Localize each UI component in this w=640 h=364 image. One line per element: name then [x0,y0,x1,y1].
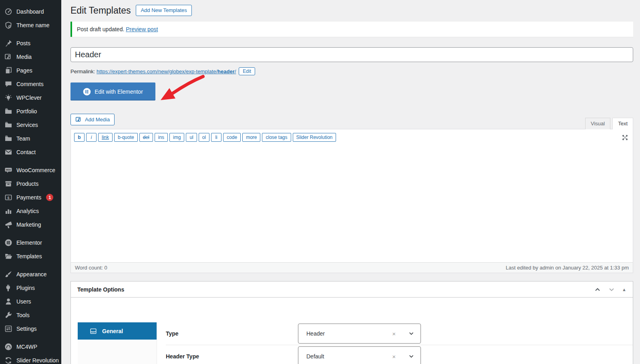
quicktag-button[interactable]: link [98,133,113,142]
sidebar-item[interactable]: Appearance [0,267,61,281]
sidebar-item-label: Posts [16,39,30,47]
sidebar-item-icon [4,221,12,229]
page-header: Edit Templates Add New Templates [70,0,633,16]
quicktag-button[interactable]: del [139,133,153,142]
move-down-icon[interactable] [608,286,615,293]
quicktag-button[interactable]: b [74,133,85,142]
sidebar-item-icon [4,94,12,102]
post-title-input[interactable] [70,47,633,62]
quicktag-button[interactable]: ol [199,133,209,142]
select-dropdown[interactable]: Default × [298,346,421,364]
sidebar-item[interactable]: Templates [0,249,61,263]
sidebar-item-icon [4,66,12,74]
main-content: Edit Templates Add New Templates Post dr… [61,0,640,364]
clear-selection-icon[interactable]: × [390,331,397,337]
sidebar-item[interactable]: Settings [0,322,61,336]
tab-text[interactable]: Text [612,118,633,129]
sidebar-item[interactable]: Dashboard [0,5,61,18]
edit-permalink-button[interactable]: Edit [239,67,255,75]
sidebar-item[interactable]: $ Payments 1 [0,191,61,204]
quicktag-button[interactable]: ul [186,133,197,142]
add-new-templates-button[interactable]: Add New Templates [136,5,191,16]
quicktag-button[interactable]: img [169,133,184,142]
quicktag-button[interactable]: i [86,133,97,142]
sidebar-item[interactable]: Theme name [0,18,61,32]
sidebar-item[interactable]: Posts [0,36,61,50]
select-dropdown[interactable]: Header × [298,324,421,344]
quicktag-button[interactable]: code [223,133,241,142]
sidebar-item[interactable]: Elementor [0,236,61,249]
page-title: Edit Templates [70,4,131,16]
sidebar-item[interactable]: Services [0,118,61,132]
option-field-row: Header Type Default × [166,345,633,364]
options-tab-column: General [78,322,157,364]
elementor-logo-icon [83,88,91,96]
fullscreen-icon[interactable] [621,134,629,141]
sidebar-item[interactable]: Portfolio [0,105,61,118]
permalink-row: Permalink: https://expert-themes.com/new… [70,67,633,75]
sidebar-item[interactable]: MC4WP [0,340,61,354]
elementor-row: Edit with Elementor [70,82,633,101]
sidebar-item-label: Users [16,298,31,306]
sidebar-item-icon [4,207,12,215]
move-up-icon[interactable] [594,286,601,293]
edit-with-elementor-button[interactable]: Edit with Elementor [70,82,155,101]
sidebar-item[interactable]: Pages [0,64,61,77]
template-options-metabox: Template Options ▲ General Type [70,281,633,364]
sidebar-item-icon [4,252,12,260]
sidebar-item[interactable]: Plugins [0,281,61,295]
quicktag-button[interactable]: b-quote [114,133,138,142]
select-value: Header [306,330,325,337]
sidebar-item[interactable]: Tools [0,308,61,322]
sidebar-item[interactable]: Slider Revolution [0,354,61,364]
quicktag-button[interactable]: Slider Revolution [293,133,336,142]
sidebar-item-label: Payments [16,193,41,201]
update-notice: Post draft updated. Preview post [70,22,633,37]
sidebar-item-icon [4,8,12,16]
sidebar-item[interactable]: WPClever [0,91,61,105]
notification-badge: 1 [46,194,53,201]
sidebar-item[interactable]: Media [0,50,61,64]
toggle-panel-icon[interactable]: ▲ [622,286,626,293]
sidebar-item[interactable]: Products [0,177,61,191]
sidebar-item-label: Contact [16,148,36,156]
general-tab-icon [90,328,97,335]
sidebar-item-icon [4,135,12,143]
clear-selection-icon[interactable]: × [390,354,397,360]
quicktag-button[interactable]: li [211,133,221,142]
preview-post-link[interactable]: Preview post [126,26,158,32]
permalink-label: Permalink: [70,68,95,74]
sidebar-item-label: Media [16,53,32,61]
sidebar-item[interactable]: Contact [0,145,61,159]
sidebar-item[interactable]: Users [0,295,61,308]
sidebar-item[interactable]: Comments [0,77,61,91]
sidebar-item-label: Tools [16,311,30,319]
media-icon [75,116,82,123]
tab-general[interactable]: General [78,322,157,340]
svg-text:$: $ [7,195,10,200]
quicktag-button[interactable]: ins [155,133,168,142]
sidebar-item-label: Analytics [16,207,39,215]
sidebar-item-icon [4,180,12,188]
permalink-link[interactable]: https://expert-themes.com/new/globex/exp… [97,68,236,74]
metabox-body: General Type Header × Header Type D [71,298,633,364]
sidebar-item[interactable]: WOO WooCommerce [0,163,61,177]
sidebar-item-icon [4,239,12,247]
quicktag-button[interactable]: close tags [262,133,291,142]
sidebar-item-label: WooCommerce [16,166,55,174]
editor-textarea[interactable] [71,146,633,261]
admin-sidebar: Dashboard Theme name Posts Media Pages [0,0,61,364]
sidebar-item[interactable]: Analytics [0,204,61,218]
sidebar-item[interactable]: Team [0,132,61,145]
metabox-header: Template Options ▲ [71,282,633,298]
sidebar-item[interactable]: Marketing [0,218,61,231]
quicktag-button[interactable]: more [242,133,260,142]
sidebar-item-icon [4,53,12,61]
tab-visual[interactable]: Visual [585,118,610,129]
sidebar-item-label: Services [16,121,38,129]
notice-message: Post draft updated. [77,26,124,32]
metabox-title: Template Options [77,286,124,293]
sidebar-item-icon [4,107,12,115]
add-media-button[interactable]: Add Media [70,114,115,125]
sidebar-item-icon: $ [4,193,12,201]
